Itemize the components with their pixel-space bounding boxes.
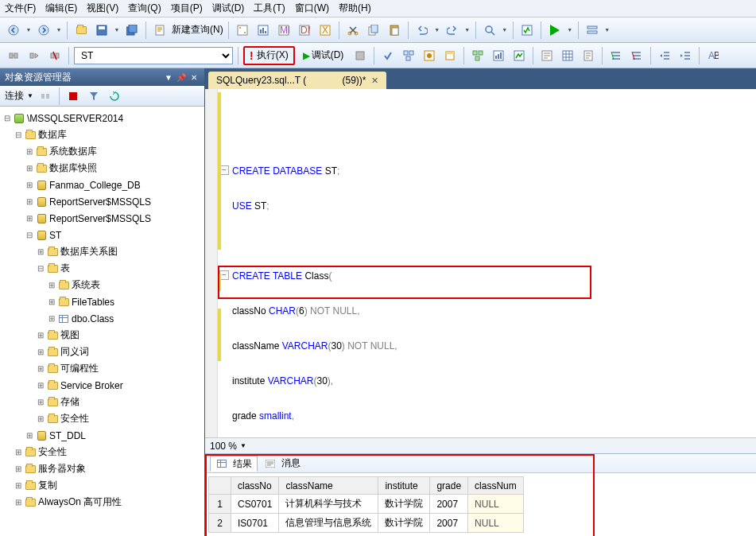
menu-project[interactable]: 项目(P) [171, 2, 203, 15]
cell[interactable]: 2007 [430, 514, 468, 533]
tree-replication[interactable]: 复制 [38, 479, 57, 492]
paste-icon[interactable] [386, 21, 403, 39]
expand-icon[interactable]: ⊞ [13, 464, 24, 473]
filter-icon[interactable] [85, 87, 103, 105]
menu-help[interactable]: 帮助(H) [339, 2, 371, 15]
tree-diagrams[interactable]: 数据库关系图 [60, 245, 118, 258]
expand-icon[interactable]: ⊞ [24, 197, 35, 206]
tree-serverobjects[interactable]: 服务器对象 [38, 462, 86, 476]
saveall-icon[interactable] [123, 21, 141, 39]
connect-icon[interactable] [5, 47, 22, 64]
expand-icon[interactable]: ⊞ [13, 448, 24, 456]
save-icon[interactable] [93, 21, 110, 39]
tree-security2[interactable]: 安全性 [38, 445, 67, 459]
cell[interactable]: 计算机科学与技术 [279, 495, 378, 514]
disconnect-icon[interactable] [46, 47, 64, 64]
expand-icon[interactable]: ⊞ [13, 481, 24, 490]
menu-file[interactable]: 文件(F) [5, 2, 36, 15]
expand-icon[interactable]: ⊞ [24, 431, 35, 440]
tree-servicebroker[interactable]: Service Broker [60, 380, 123, 391]
collapse-icon[interactable]: ⊟ [2, 114, 13, 122]
expand-icon[interactable]: ⊞ [35, 247, 46, 256]
tree-dboclass[interactable]: dbo.Class [72, 313, 114, 324]
cell[interactable]: IS0701 [231, 514, 279, 533]
intellisense-icon[interactable] [441, 47, 459, 64]
tree-stddl[interactable]: ST_DDL [49, 430, 86, 441]
cell[interactable]: 2007 [430, 495, 468, 514]
copy-icon[interactable] [365, 21, 382, 39]
analysis-icon[interactable] [254, 21, 272, 39]
decrease-indent-icon[interactable] [656, 47, 673, 64]
increase-indent-icon[interactable] [677, 47, 694, 64]
tree-snapshot[interactable]: 数据库快照 [49, 161, 97, 175]
zoom-dropdown-icon[interactable]: ▼ [240, 442, 246, 449]
database-select[interactable]: ST [74, 47, 233, 64]
expand-icon[interactable]: ⊞ [24, 214, 35, 223]
run-icon[interactable] [546, 21, 564, 39]
redo-icon[interactable] [444, 21, 461, 39]
debug-button[interactable]: ▶调试(D) [298, 47, 349, 64]
col-header[interactable]: classNum [468, 477, 524, 495]
comment-icon[interactable] [583, 21, 601, 39]
save-dropdown[interactable]: ▼ [114, 21, 120, 39]
results-tab-messages[interactable]: 消息 [259, 456, 305, 472]
expand-icon[interactable]: ⊞ [24, 164, 35, 173]
menu-view[interactable]: 视图(V) [87, 2, 118, 15]
collapse-icon[interactable]: ⊟ [35, 264, 46, 273]
expand-icon[interactable]: ⊞ [35, 331, 46, 340]
tree-databases[interactable]: 数据库 [38, 128, 67, 142]
estimated-plan-icon[interactable] [400, 47, 417, 64]
query-options-icon[interactable] [421, 47, 438, 64]
execute-button[interactable]: !执行(X) [243, 46, 295, 65]
results-grid[interactable]: classNo className institute grade classN… [205, 473, 756, 536]
comment-dropdown[interactable]: ▼ [604, 21, 611, 39]
activity-icon[interactable] [518, 21, 536, 39]
include-plan-icon[interactable] [469, 47, 487, 64]
results-grid-icon[interactable] [559, 47, 576, 64]
back-dropdown[interactable]: ▼ [25, 21, 32, 39]
panel-close-icon[interactable]: ✕ [188, 72, 200, 83]
cell[interactable]: CS0701 [231, 495, 279, 514]
cut-icon[interactable] [344, 21, 362, 39]
parse-icon[interactable] [379, 47, 397, 64]
col-header[interactable]: grade [430, 477, 468, 495]
col-header[interactable]: institute [378, 477, 430, 495]
forward-dropdown[interactable]: ▼ [56, 21, 62, 39]
newquery-icon[interactable] [151, 21, 169, 39]
stop-toolbar-icon[interactable] [64, 87, 82, 105]
tree-db3[interactable]: ReportServer$MSSQLS [49, 213, 151, 224]
disconnect-toolbar-icon[interactable] [37, 87, 54, 105]
find-icon[interactable] [481, 21, 498, 39]
tree-db1[interactable]: Fanmao_College_DB [49, 180, 141, 191]
tree-st[interactable]: ST [49, 230, 61, 241]
menu-edit[interactable]: 编辑(E) [45, 2, 77, 15]
newquery-label[interactable]: 新建查询(N) [172, 23, 223, 37]
col-header[interactable]: classNo [231, 477, 279, 495]
tree-db2[interactable]: ReportServer$MSSQLS [49, 196, 151, 208]
expand-icon[interactable]: ⊞ [46, 314, 57, 323]
results-text-icon[interactable] [538, 47, 556, 64]
menu-tools[interactable]: 工具(T) [254, 2, 285, 15]
cell-null[interactable]: NULL [468, 495, 524, 514]
tree-programmability[interactable]: 可编程性 [60, 362, 99, 375]
expand-icon[interactable]: ⊞ [35, 398, 46, 406]
object-tree[interactable]: ⊟\MSSQLSERVER2014 ⊟数据库 ⊞系统数据库 ⊞数据库快照 ⊞Fa… [0, 107, 204, 536]
find-dropdown[interactable]: ▼ [502, 21, 508, 39]
forward-icon[interactable] [35, 21, 52, 39]
tree-systables[interactable]: 系统表 [72, 278, 100, 292]
code-editor[interactable]: −CREATE DATABASE ST; USE ST; −CREATE TAB… [205, 89, 756, 437]
tree-tables[interactable]: 表 [60, 262, 70, 275]
tree-synonyms[interactable]: 同义词 [60, 345, 89, 359]
cell[interactable]: 数计学院 [378, 495, 430, 514]
specify-values-icon[interactable]: AB [704, 47, 722, 64]
menu-query[interactable]: 查询(Q) [128, 2, 161, 15]
expand-icon[interactable]: ⊞ [46, 281, 57, 289]
tree-security[interactable]: 安全性 [60, 412, 89, 425]
cell[interactable]: 信息管理与信息系统 [279, 514, 378, 533]
back-icon[interactable] [5, 21, 22, 39]
expand-icon[interactable]: ⊞ [35, 381, 46, 390]
refresh-icon[interactable] [106, 87, 123, 105]
editor-tab[interactable]: SQLQuery23.sql...T (xxxxxxx (59))* ✕ [208, 72, 386, 89]
change-connection-icon[interactable] [25, 47, 43, 64]
expand-icon[interactable]: ⊞ [13, 498, 24, 507]
